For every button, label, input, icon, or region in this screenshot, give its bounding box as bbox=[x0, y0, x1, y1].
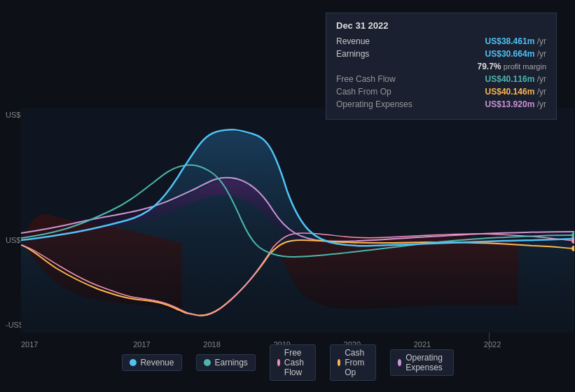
legend: Revenue Earnings Free Cash Flow Cash Fro… bbox=[121, 344, 453, 381]
tooltip-earnings-row: Earnings US$30.664m /yr bbox=[336, 49, 546, 59]
tooltip-revenue-value: US$38.461m /yr bbox=[485, 36, 546, 46]
x-label-end bbox=[554, 340, 568, 349]
tooltip-fcf-label: Free Cash Flow bbox=[336, 74, 420, 84]
legend-opex-dot bbox=[398, 359, 401, 366]
legend-opex[interactable]: Operating Expenses bbox=[390, 349, 454, 376]
tooltip-earnings-label: Earnings bbox=[336, 49, 420, 59]
tooltip-earnings-value: US$30.664m /yr bbox=[485, 49, 546, 59]
legend-cashop[interactable]: Cash From Op bbox=[330, 344, 376, 381]
legend-revenue-dot bbox=[129, 359, 136, 366]
chart-svg bbox=[21, 108, 574, 332]
tooltip-revenue-label: Revenue bbox=[336, 36, 420, 46]
tooltip-revenue-row: Revenue US$38.461m /yr bbox=[336, 36, 546, 46]
tooltip-cashop-label: Cash From Op bbox=[336, 87, 420, 97]
tooltip-margin-row: 79.7% profit margin bbox=[336, 62, 546, 71]
tooltip-opex-label: Operating Expenses bbox=[336, 99, 420, 109]
legend-cashop-dot bbox=[338, 359, 340, 366]
tooltip-cashop-value: US$40.146m /yr bbox=[485, 87, 546, 97]
tooltip-margin-value: 79.7% profit margin bbox=[477, 62, 546, 71]
legend-earnings-dot bbox=[203, 359, 210, 366]
legend-revenue[interactable]: Revenue bbox=[121, 354, 181, 371]
legend-cashop-label: Cash From Op bbox=[345, 348, 368, 377]
tooltip-opex-row: Operating Expenses US$13.920m /yr bbox=[336, 99, 546, 109]
tooltip-panel: Dec 31 2022 Revenue US$38.461m /yr Earni… bbox=[326, 13, 557, 120]
legend-earnings-label: Earnings bbox=[214, 358, 247, 368]
x-label-2017: 2017 bbox=[21, 340, 38, 349]
legend-opex-label: Operating Expenses bbox=[406, 353, 445, 372]
legend-revenue-label: Revenue bbox=[140, 358, 174, 368]
x-label-2022: 2022 bbox=[484, 340, 501, 349]
legend-fcf-label: Free Cash Flow bbox=[284, 348, 308, 377]
legend-fcf[interactable]: Free Cash Flow bbox=[270, 344, 316, 381]
legend-earnings[interactable]: Earnings bbox=[195, 354, 255, 371]
tooltip-fcf-value: US$40.116m /yr bbox=[485, 74, 546, 84]
tooltip-cashop-row: Cash From Op US$40.146m /yr bbox=[336, 87, 546, 97]
tooltip-fcf-row: Free Cash Flow US$40.116m /yr bbox=[336, 74, 546, 84]
tooltip-date: Dec 31 2022 bbox=[336, 20, 546, 31]
tooltip-opex-value: US$13.920m /yr bbox=[485, 99, 546, 109]
legend-fcf-dot bbox=[277, 359, 280, 366]
